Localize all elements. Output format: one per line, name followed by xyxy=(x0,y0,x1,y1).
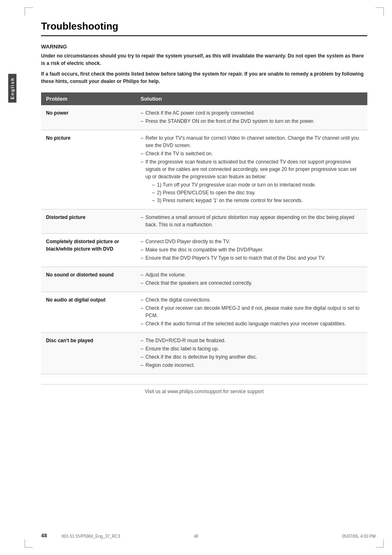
corner-tl xyxy=(25,7,33,16)
list-item: The DVD+R/CD-R must be finalized. xyxy=(141,337,362,344)
problem-label: No picture xyxy=(41,130,136,210)
table-row: Distorted picture Sometimes a small amou… xyxy=(41,210,367,234)
table-row: Completely distorted picture or black/wh… xyxy=(41,234,367,267)
list-item: Refer to your TV's manual for correct Vi… xyxy=(141,134,362,149)
problem-label: Completely distorted picture or black/wh… xyxy=(41,234,136,267)
list-item: 2) Press OPEN/CLOSE to open the disc tra… xyxy=(152,189,362,196)
table-row: No audio at digital output Check the dig… xyxy=(41,292,367,333)
table-row: No sound or distorted sound Adjust the v… xyxy=(41,267,367,292)
side-language-label: English xyxy=(8,74,16,103)
problem-label: No sound or distorted sound xyxy=(41,267,136,292)
page-footer: Visit us at www.philips.com/support for … xyxy=(41,384,367,394)
problem-label: No power xyxy=(41,105,136,130)
list-item: Check if the AC power cord is properly c… xyxy=(141,109,362,117)
list-item: 1) Turn off your TV progressive scan mod… xyxy=(152,181,362,189)
troubleshooting-table: Problem Solution No power Check if the A… xyxy=(41,92,367,374)
page-title: Troubleshooting xyxy=(41,21,367,36)
solution-cell: Adjust the volume. Check that the speake… xyxy=(136,267,367,292)
col-header-solution: Solution xyxy=(136,92,367,105)
list-item: Sometimes a small amount of picture dist… xyxy=(141,214,362,228)
page-container: English Troubleshooting WARNING Under no… xyxy=(0,0,392,555)
list-item: Check if your receiver can decode MPEG-2… xyxy=(141,304,362,319)
solution-cell: The DVD+R/CD-R must be finalized. Ensure… xyxy=(136,333,367,374)
warning-line2: If a fault occurs, first check the point… xyxy=(41,70,367,85)
list-item: Adjust the volume. xyxy=(141,271,362,279)
list-item: Connect DVD Player directly to the TV. xyxy=(141,238,362,245)
solution-cell: Sometimes a small amount of picture dist… xyxy=(136,210,367,234)
list-item: Check that the speakers are connected co… xyxy=(141,279,362,287)
problem-label: Disc can't be played xyxy=(41,333,136,374)
problem-label: Distorted picture xyxy=(41,210,136,234)
warning-line1: Under no circumstances should you try to… xyxy=(41,52,367,67)
solution-cell: Check if the AC power cord is properly c… xyxy=(136,105,367,130)
list-item: Check if the audio format of the selecte… xyxy=(141,320,362,327)
list-item: Ensure the disc label is facing up. xyxy=(141,345,362,352)
list-item: If the progressive scan feature is activ… xyxy=(141,158,362,204)
solution-cell: Check the digital connections. Check if … xyxy=(136,292,367,333)
list-item: Check if the TV is switched on. xyxy=(141,150,362,157)
list-item: Region code incorrect. xyxy=(141,362,362,369)
solution-cell: Refer to your TV's manual for correct Vi… xyxy=(136,130,367,210)
warning-title: WARNING xyxy=(41,44,367,50)
solution-cell: Connect DVD Player directly to the TV. M… xyxy=(136,234,367,267)
corner-bl xyxy=(25,539,33,548)
table-row: No picture Refer to your TV's manual for… xyxy=(41,130,367,210)
print-info-right: 05/07/06, 4:00 PM xyxy=(342,534,376,539)
list-item: Press the STANDBY ON on the front of the… xyxy=(141,117,362,125)
problem-label: No audio at digital output xyxy=(41,292,136,333)
corner-tr xyxy=(376,7,384,16)
table-row: No power Check if the AC power cord is p… xyxy=(41,105,367,130)
col-header-problem: Problem xyxy=(41,92,136,105)
page-number: 48 xyxy=(41,532,47,539)
list-item: 3) Press numeric keypad '1' on the remot… xyxy=(152,197,362,204)
print-info-left: 001-51 DVP5960_Eng_37_RC3 xyxy=(62,534,120,539)
table-row: Disc can't be played The DVD+R/CD-R must… xyxy=(41,333,367,374)
list-item: Check the digital connections. xyxy=(141,296,362,304)
corner-br xyxy=(376,539,384,548)
warning-section: WARNING Under no circumstances should yo… xyxy=(41,44,367,85)
list-item: Make sure the disc is compatible with th… xyxy=(141,246,362,253)
print-info-center: 48 xyxy=(194,534,198,539)
list-item: Check if the disc is defective by trying… xyxy=(141,353,362,361)
list-item: Ensure that the DVD Player's TV Type is … xyxy=(141,254,362,262)
